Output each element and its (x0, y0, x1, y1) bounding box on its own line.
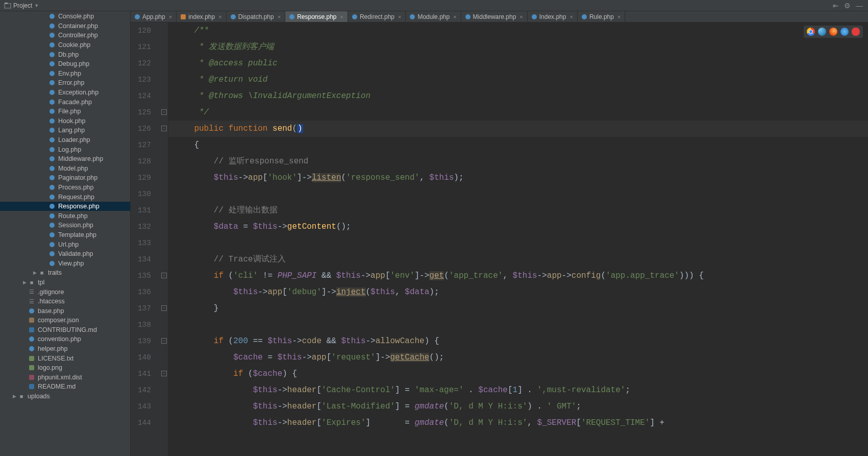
close-icon[interactable]: × (340, 14, 343, 20)
close-icon[interactable]: × (278, 14, 281, 20)
editor-tabs: App.php×index.php×Dispatch.php×Response.… (131, 11, 868, 22)
tree-item[interactable]: View.php (0, 258, 130, 268)
tree-item-label: uploads (28, 393, 50, 400)
tree-item[interactable]: Loader.php (0, 135, 130, 145)
tree-item-label: Session.php (58, 222, 93, 229)
tree-item[interactable]: Paginator.php (0, 173, 130, 183)
fold-toggle[interactable]: − (161, 338, 167, 344)
tree-item[interactable]: Request.php (0, 192, 130, 202)
tree-item[interactable]: LICENSE.txt (0, 353, 130, 363)
tree-item[interactable]: Middleware.php (0, 154, 130, 164)
tree-item[interactable]: Session.php (0, 221, 130, 230)
php-icon (28, 308, 36, 314)
hide-icon[interactable]: — (856, 2, 863, 10)
close-icon[interactable]: × (453, 14, 456, 20)
fold-toggle[interactable]: − (161, 126, 167, 131)
editor-tab[interactable]: App.php× (131, 11, 177, 22)
editor-tab[interactable]: index.php× (177, 11, 226, 22)
close-icon[interactable]: × (398, 14, 401, 20)
tree-item[interactable]: File.php (0, 107, 130, 116)
fold-toggle[interactable]: − (161, 109, 167, 115)
tree-item[interactable]: Hook.php (0, 116, 130, 126)
editor-tab[interactable]: Dispatch.php× (227, 11, 285, 22)
tree-item-label: CONTRIBUTING.md (38, 326, 97, 333)
tree-item[interactable]: CONTRIBUTING.md (0, 325, 130, 335)
tree-item[interactable]: Template.php (0, 230, 130, 240)
toolbar: Project ▼ ⇤ ⚙ — (0, 0, 868, 11)
tree-item[interactable]: Route.php (0, 211, 130, 221)
editor-tab[interactable]: Index.php× (528, 11, 578, 22)
tree-item[interactable]: Response.php (0, 202, 130, 211)
tree-item[interactable]: ▶■tpl (0, 278, 130, 287)
editor-tab[interactable]: Module.php× (406, 11, 461, 22)
tree-item[interactable]: phpunit.xml.dist (0, 373, 130, 382)
editor-tab[interactable]: Response.php× (285, 11, 348, 22)
edge-icon[interactable] (818, 28, 826, 36)
code-editor[interactable]: /** * 发送数据到客户端 * @access public * @retur… (168, 22, 868, 456)
php-icon (48, 213, 56, 219)
firefox-icon[interactable] (829, 28, 837, 36)
md-icon (28, 384, 36, 389)
tree-item[interactable]: Lang.php (0, 126, 130, 135)
tree-item[interactable]: Log.php (0, 145, 130, 154)
tree-item[interactable]: Env.php (0, 69, 130, 79)
tree-item[interactable]: base.php (0, 306, 130, 316)
tree-item-label: logo.png (38, 364, 62, 371)
collapse-icon[interactable]: ⇤ (833, 2, 839, 10)
tree-item[interactable]: convention.php (0, 334, 130, 344)
tree-item[interactable]: ▶■uploads (0, 392, 130, 401)
safari-icon[interactable] (840, 28, 849, 36)
chevron-down-icon: ▼ (34, 3, 39, 8)
close-icon[interactable]: × (519, 14, 523, 20)
tree-item-label: Exception.php (58, 89, 98, 96)
close-icon[interactable]: × (617, 14, 621, 20)
tree-item-label: Validate.php (58, 250, 93, 257)
fold-toggle[interactable]: − (161, 305, 167, 311)
tree-item[interactable]: ▶■traits (0, 268, 130, 278)
tree-item[interactable]: Error.php (0, 78, 130, 88)
tree-item[interactable]: Validate.php (0, 249, 130, 259)
editor-tab[interactable]: Rule.php× (578, 11, 625, 22)
php-file-icon (181, 14, 186, 19)
tree-item[interactable]: Facade.php (0, 97, 130, 107)
fold-column[interactable]: −−−−−− (160, 22, 168, 456)
tree-item[interactable]: Db.php (0, 50, 130, 59)
tree-item[interactable]: README.md (0, 382, 130, 392)
tree-item[interactable]: Model.php (0, 164, 130, 174)
gear-icon[interactable]: ⚙ (844, 2, 851, 10)
tree-item[interactable]: composer.json (0, 316, 130, 325)
fold-toggle[interactable]: − (161, 273, 167, 278)
tree-item[interactable]: Process.php (0, 183, 130, 193)
tree-item[interactable]: Cookie.php (0, 40, 130, 50)
editor-tab[interactable]: Redirect.php× (348, 11, 406, 22)
tree-item[interactable]: Url.php (0, 239, 130, 249)
tree-item[interactable]: Controller.php (0, 31, 130, 40)
tree-item-label: traits (48, 269, 62, 276)
opera-icon[interactable] (852, 28, 860, 36)
php-icon (48, 100, 56, 105)
line-gutter: 1201211221231241251261271281291301311321… (131, 22, 160, 456)
php-icon (48, 232, 56, 237)
tree-item[interactable]: Container.php (0, 21, 130, 31)
tree-item-label: .gitignore (38, 289, 64, 296)
close-icon[interactable]: × (218, 14, 221, 20)
close-icon[interactable]: × (169, 14, 172, 20)
tree-item[interactable]: logo.png (0, 363, 130, 373)
tree-item[interactable]: ☰.gitignore (0, 287, 130, 297)
tree-item[interactable]: helper.php (0, 344, 130, 354)
tree-item-label: Db.php (58, 51, 79, 58)
chrome-icon[interactable] (807, 28, 815, 36)
tree-item[interactable]: ☰.htaccess (0, 297, 130, 306)
fold-toggle[interactable]: − (161, 371, 167, 376)
php-icon (28, 337, 36, 342)
tree-item[interactable]: Debug.php (0, 59, 130, 69)
tree-item[interactable]: Exception.php (0, 88, 130, 98)
close-icon[interactable]: × (569, 14, 573, 20)
editor-tab[interactable]: Middleware.php× (461, 11, 528, 22)
php-icon (48, 261, 56, 266)
project-selector[interactable]: Project ▼ (0, 2, 43, 9)
project-tree[interactable]: Console.phpContainer.phpController.phpCo… (0, 11, 131, 456)
svg-rect-1 (5, 3, 8, 4)
tree-item-label: Loader.php (58, 136, 90, 143)
tree-item[interactable]: Console.php (0, 12, 130, 21)
